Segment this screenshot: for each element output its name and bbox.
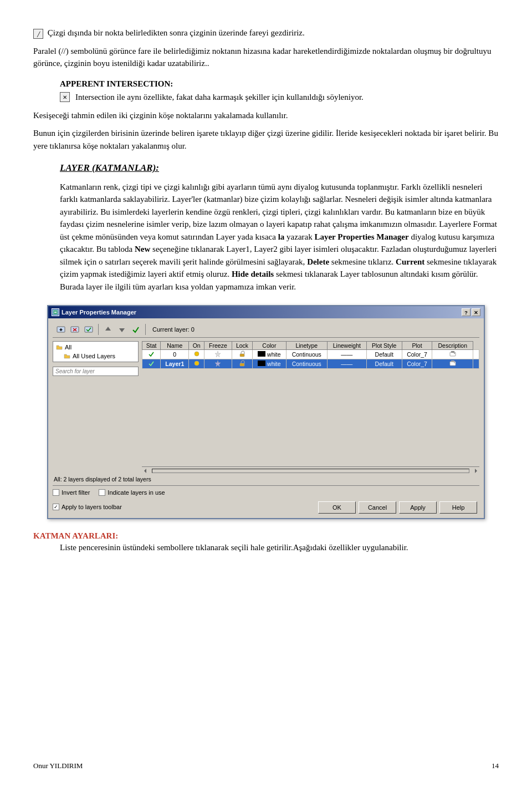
page: ╱ Çizgi dışında bir nokta belirledikten … — [0, 0, 532, 787]
scrollbar-area[interactable] — [142, 465, 479, 474]
cell-plot[interactable] — [432, 359, 473, 369]
cell-linetype[interactable]: Continuous — [286, 359, 327, 369]
layer-table: Stat Name On Freeze Lock Color Linetype … — [142, 341, 479, 369]
cancel-button[interactable]: Cancel — [359, 501, 396, 514]
help-btn[interactable]: ? — [462, 308, 470, 316]
apperent-title: APPERENT INTERSECTION: — [60, 78, 499, 90]
tree-item-all[interactable]: All — [54, 343, 137, 352]
table-row[interactable]: Layer1 — [142, 359, 479, 369]
color-swatch — [258, 361, 265, 366]
cell-freeze[interactable] — [204, 359, 232, 369]
col-freeze: Freeze — [204, 342, 232, 350]
layer-properties-dialog: Layer Properties Manager ? ✕ — [47, 305, 485, 519]
apply-button[interactable]: Apply — [399, 501, 437, 514]
dialog-buttons: OK Cancel Apply Help — [316, 499, 479, 515]
bottom-area — [53, 465, 479, 474]
hide-text: Hide details — [232, 270, 274, 278]
indicate-layers-check[interactable] — [99, 489, 105, 496]
horizontal-scrollbar[interactable] — [142, 466, 479, 474]
cell-lineweight[interactable]: —— — [327, 359, 366, 369]
layer-tree[interactable]: All All Used Layers — [53, 341, 139, 362]
search-input[interactable] — [55, 368, 136, 374]
svg-rect-15 — [451, 351, 454, 353]
titlebar-icon — [52, 308, 59, 316]
svg-rect-21 — [451, 361, 454, 362]
apperent-section: APPERENT INTERSECTION: ✕ Intersection il… — [60, 78, 499, 104]
help-button[interactable]: Help — [439, 501, 477, 514]
indicate-layers-label: Indicate layers in use — [108, 489, 165, 496]
layer-desc-1: Katmanların renk, çizgi tipi ve çizgi ka… — [60, 181, 499, 293]
tree-all-label: All — [65, 344, 71, 351]
cell-name: 0 — [161, 350, 189, 359]
titlebar-left: Layer Properties Manager — [52, 308, 136, 316]
cell-plotstyle[interactable]: Default — [366, 359, 402, 369]
close-btn[interactable]: ✕ — [472, 308, 480, 316]
svg-marker-10 — [119, 328, 125, 332]
cell-plotstyle[interactable]: Default — [366, 350, 402, 359]
apply-toolbar-label: Apply to layers toolbar — [62, 504, 122, 510]
svg-rect-20 — [450, 362, 456, 365]
current-layer-label: Current layer: 0 — [152, 326, 195, 333]
delete-layer-btn[interactable] — [69, 323, 81, 336]
layer-para1: Katmanların renk, çizgi tipi ve çizgi ka… — [60, 182, 497, 291]
svg-marker-23 — [144, 469, 146, 473]
invert-filter-checkbox[interactable]: Invert filter — [53, 489, 90, 496]
svg-point-11 — [195, 352, 199, 356]
search-bar[interactable] — [53, 367, 139, 376]
cell-on[interactable] — [189, 359, 204, 369]
invert-filter-check[interactable] — [53, 489, 59, 496]
para2-text: Paralel (//) sembolünü görünce fare ile … — [33, 47, 491, 68]
dialog-bottom-section: Invert filter Indicate layers in use App… — [53, 485, 479, 515]
dialog-toolbar: Current layer: 0 — [53, 322, 479, 338]
cell-color[interactable]: white — [253, 350, 286, 359]
ok-button[interactable]: OK — [318, 501, 356, 514]
paragraph-3: Kesişeceği tahmin edilen iki çizginin kö… — [33, 109, 499, 122]
folder-used-icon — [63, 352, 71, 360]
footer-page-number: 14 — [492, 761, 499, 770]
dialog-status: All: 2 layers displayed of 2 total layer… — [53, 474, 479, 484]
cell-lock[interactable] — [232, 350, 252, 359]
footer-author: Onur YILDIRIM — [33, 761, 83, 770]
cell-plot[interactable] — [432, 350, 473, 359]
tree-used-label: All Used Layers — [73, 353, 115, 359]
current-text: Current — [396, 257, 424, 266]
katman-desc: Liste penceresinin üstündeki sembollere … — [60, 543, 499, 552]
layer-title: LAYER (KATMANLAR): — [60, 163, 159, 173]
cell-on[interactable] — [189, 350, 204, 359]
table-row[interactable]: 0 — [142, 350, 479, 359]
indicate-layers-checkbox[interactable]: Indicate layers in use — [99, 489, 165, 496]
cell-linetype[interactable]: Continuous — [286, 350, 327, 359]
col-color: Color — [253, 342, 286, 350]
layer-table-container[interactable]: Stat Name On Freeze Lock Color Linetype … — [142, 341, 479, 463]
layer-section-header: LAYER (KATMANLAR): — [60, 161, 499, 175]
set-current-btn[interactable] — [83, 323, 95, 336]
paragraph-4: Bunun için çizgilerden birisinin üzerind… — [33, 127, 499, 152]
paragraph-2: Paralel (//) sembolünü görünce fare ile … — [33, 45, 499, 70]
la-text: la — [278, 232, 285, 241]
cell-name: Layer1 — [161, 359, 189, 369]
para4-text: Bunun için çizgilerden birisinin üzerind… — [33, 129, 498, 150]
cell-freeze[interactable] — [204, 350, 232, 359]
col-name: Name — [161, 342, 189, 350]
layer-props-text: Layer Properties Manager — [314, 232, 408, 241]
new-layer-btn[interactable] — [55, 323, 67, 336]
move-up-btn[interactable] — [102, 323, 114, 336]
katman-text: Liste penceresinin üstündeki sembollere … — [60, 543, 408, 552]
move-down-btn[interactable] — [116, 323, 128, 336]
apply-to-toolbar-checkbox[interactable]: Apply to layers toolbar — [53, 504, 122, 510]
cell-stat — [142, 350, 161, 359]
apply-toolbar-check[interactable] — [53, 504, 59, 510]
tree-item-used[interactable]: All Used Layers — [54, 352, 137, 361]
col-lock: Lock — [232, 342, 252, 350]
cell-color[interactable]: white — [253, 359, 286, 369]
check-btn[interactable] — [130, 323, 142, 336]
svg-rect-14 — [450, 352, 456, 356]
cell-plotstyle2: Color_7 — [402, 350, 432, 359]
col-lineweight: Lineweight — [327, 342, 366, 350]
cell-lineweight[interactable]: —— — [327, 350, 366, 359]
left-panel-bottom — [53, 465, 139, 474]
cell-lock[interactable] — [232, 359, 252, 369]
titlebar-buttons[interactable]: ? ✕ — [462, 308, 480, 316]
folder-icon — [55, 343, 63, 351]
svg-marker-12 — [215, 351, 221, 357]
